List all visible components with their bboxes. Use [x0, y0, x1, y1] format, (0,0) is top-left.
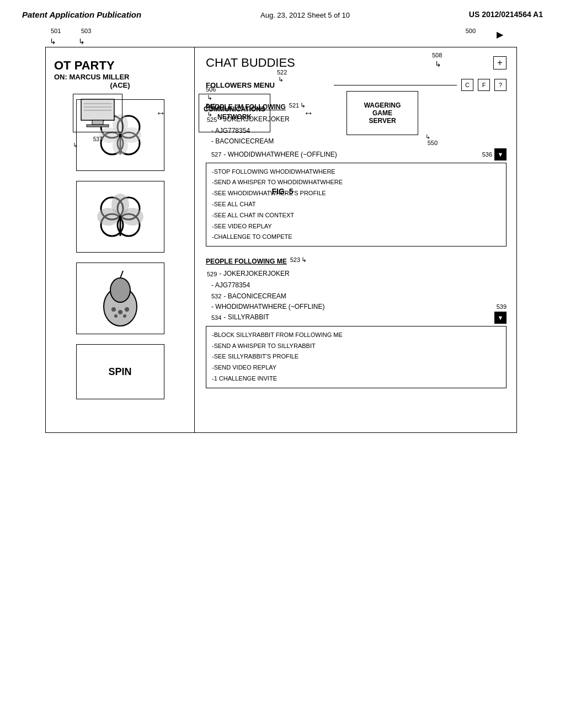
label-532: 532 [211, 293, 221, 299]
bracket-501: ↳ [50, 37, 56, 46]
ctx-see-video-replay-1[interactable]: -SEE VIDEO REPLAY [212, 221, 500, 232]
label-503: 503 [81, 28, 91, 34]
bracket-522: ↳ [278, 76, 284, 83]
svg-point-20 [111, 307, 116, 312]
ctx-challenge-compete[interactable]: -CHALLENGE TO COMPETE [212, 232, 500, 243]
ctx-see-profile-2[interactable]: -SEE SILLYRABBIT'S PROFILE [212, 351, 500, 362]
diagram-container: 501 503 500 ▶ ↳ ↳ OT PARTY ON: MARCUS MI… [45, 25, 520, 196]
main-diagram: 501 503 500 ▶ ↳ ↳ OT PARTY ON: MARCUS MI… [0, 25, 565, 196]
network-box: COMMUNICATIONS NETWORK [199, 94, 270, 132]
ctx-send-video-replay[interactable]: -SEND VIDEO REPLAY [212, 362, 500, 373]
person-joker-followers: - JOKERJOKERJOKER [219, 269, 289, 279]
ctx-challenge-invite[interactable]: -1 CHALLENGE INVITE [212, 373, 500, 384]
bottom-boxes-row: 537 ↳ ↔ COMMUNICATIONS NETWORK ↔ WAGERIN… [73, 91, 418, 135]
svg-point-24 [123, 314, 126, 318]
svg-rect-26 [92, 120, 103, 125]
server-label: WAGERING GAME SERVER [364, 101, 401, 125]
label-539: 539 [497, 303, 507, 310]
spin-label: SPIN [108, 366, 131, 378]
arrow-right-bottom-2: ↔ [303, 108, 313, 119]
network-label: COMMUNICATIONS NETWORK [204, 105, 265, 121]
ctx-see-all-chat[interactable]: -SEE ALL CHAT [212, 199, 500, 210]
svg-rect-27 [87, 125, 109, 127]
person-sillyrabbit: - SILLYRABBIT [223, 312, 269, 323]
label-529: 529 [207, 271, 217, 277]
dropdown-btn-2[interactable]: ▼ [494, 312, 507, 324]
svg-point-18 [110, 278, 130, 302]
svg-point-22 [125, 307, 129, 312]
publication-date: Aug. 23, 2012 Sheet 5 of 10 [260, 10, 350, 19]
device-icon-container: 537 ↳ [73, 94, 122, 132]
fig-label: FIG. 5 [272, 187, 294, 196]
label-534: 534 [211, 314, 221, 321]
bottom-diagram: 522 ↳ [45, 63, 520, 196]
spin-box[interactable]: SPIN [76, 344, 164, 399]
context-menu-2: -BLOCK SILLYRABBIT FROM FOLLOWING ME -SE… [206, 326, 507, 388]
label-501: 501 [51, 28, 61, 34]
svg-point-15 [97, 208, 119, 226]
label-508: 508 [432, 52, 442, 58]
followers-header: PEOPLE FOLLOWING ME 523 ↳ [206, 252, 507, 267]
svg-rect-25 [81, 99, 114, 120]
label-522: 522 [277, 69, 287, 76]
label-523: 523 [290, 256, 300, 263]
svg-point-21 [118, 310, 122, 314]
arrow-right-icon: ▶ [497, 29, 503, 40]
people-following-me-label: PEOPLE FOLLOWING ME [206, 258, 287, 265]
arrow-right-bottom: ↔ [156, 108, 166, 119]
bracket-550: ↳ [425, 133, 430, 141]
patent-number: US 2012/0214564 A1 [469, 10, 543, 19]
svg-line-19 [120, 271, 123, 278]
bracket-503: ↳ [78, 37, 85, 46]
header: Patent Application Publication Aug. 23, … [0, 0, 565, 25]
label-537: 537 [93, 136, 103, 142]
patent-title: Patent Application Publication [22, 10, 141, 19]
person-ajg-followers: - AJG778354 [211, 280, 507, 291]
bracket-537: ↳ [73, 142, 78, 149]
arrow-523: ↳ [301, 256, 307, 264]
person-whodid-followers: - WHODIDWHATWHERE (~OFFLINE) [211, 303, 324, 311]
followers-list: 529 - JOKERJOKERJOKER - AJG778354 532 - … [211, 269, 507, 324]
server-box: WAGERING GAME SERVER [347, 91, 418, 135]
svg-point-23 [114, 314, 118, 318]
label-500: 500 [466, 28, 476, 34]
svg-point-16 [121, 208, 143, 226]
person-bacon-followers: - BACONICECREAM [223, 291, 286, 302]
ctx-block-sillyrabbit[interactable]: -BLOCK SILLYRABBIT FROM FOLLOWING ME [212, 330, 500, 341]
ctx-send-whisper-2[interactable]: -SEND A WHISPER TO SILLYRABBIT [212, 341, 500, 352]
server-container: WAGERING GAME SERVER 550 ↳ [347, 91, 418, 135]
ctx-see-all-chat-context[interactable]: -SEE ALL CHAT IN CONTEXT [212, 210, 500, 221]
device-icon [73, 94, 122, 132]
avatar-3 [76, 263, 164, 334]
